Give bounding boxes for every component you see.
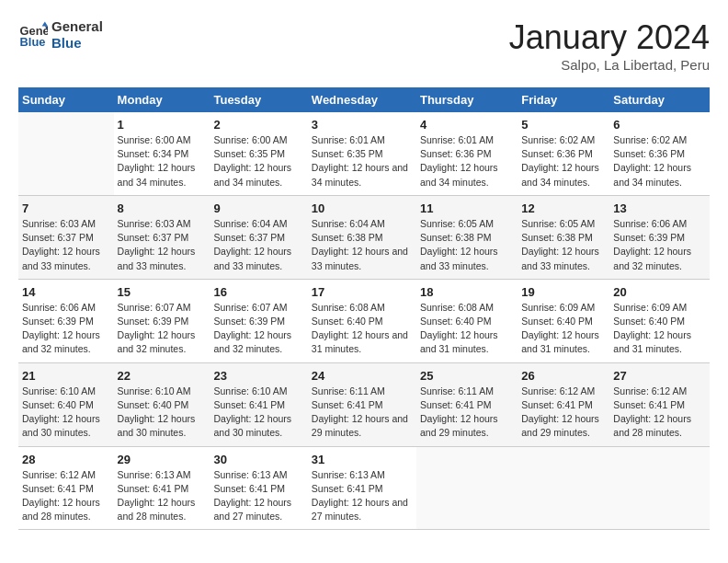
calendar-cell bbox=[518, 446, 609, 530]
day-info: Sunrise: 6:09 AMSunset: 6:40 PMDaylight:… bbox=[521, 301, 606, 357]
day-info: Sunrise: 6:10 AMSunset: 6:40 PMDaylight:… bbox=[22, 385, 110, 441]
svg-text:Blue: Blue bbox=[20, 35, 46, 49]
day-number: 31 bbox=[312, 453, 413, 466]
location: Salpo, La Libertad, Peru bbox=[509, 57, 710, 73]
calendar-cell: 17Sunrise: 6:08 AMSunset: 6:40 PMDayligh… bbox=[308, 279, 416, 362]
day-info: Sunrise: 6:07 AMSunset: 6:39 PMDaylight:… bbox=[213, 301, 303, 357]
calendar-cell: 20Sunrise: 6:09 AMSunset: 6:40 PMDayligh… bbox=[609, 279, 710, 362]
calendar-cell: 5Sunrise: 6:02 AMSunset: 6:36 PMDaylight… bbox=[518, 112, 609, 195]
day-number: 27 bbox=[613, 369, 706, 383]
calendar-cell: 25Sunrise: 6:11 AMSunset: 6:41 PMDayligh… bbox=[416, 362, 518, 446]
calendar-cell: 22Sunrise: 6:10 AMSunset: 6:40 PMDayligh… bbox=[114, 362, 210, 446]
day-info: Sunrise: 6:12 AMSunset: 6:41 PMDaylight:… bbox=[521, 385, 606, 441]
day-number: 9 bbox=[213, 201, 303, 215]
day-number: 28 bbox=[22, 453, 110, 466]
calendar-cell: 9Sunrise: 6:04 AMSunset: 6:37 PMDaylight… bbox=[210, 195, 307, 279]
day-info: Sunrise: 6:13 AMSunset: 6:41 PMDaylight:… bbox=[312, 468, 413, 524]
day-number: 21 bbox=[22, 369, 110, 383]
week-row-4: 28Sunrise: 6:12 AMSunset: 6:41 PMDayligh… bbox=[18, 446, 710, 530]
logo: General Blue General Blue bbox=[18, 18, 103, 52]
day-number: 18 bbox=[420, 285, 514, 299]
header-day-wednesday: Wednesday bbox=[308, 87, 416, 112]
calendar-cell: 24Sunrise: 6:11 AMSunset: 6:41 PMDayligh… bbox=[308, 362, 416, 446]
calendar-cell: 7Sunrise: 6:03 AMSunset: 6:37 PMDaylight… bbox=[18, 195, 114, 279]
day-number: 30 bbox=[213, 453, 303, 466]
day-info: Sunrise: 6:06 AMSunset: 6:39 PMDaylight:… bbox=[22, 301, 110, 357]
calendar-cell: 29Sunrise: 6:13 AMSunset: 6:41 PMDayligh… bbox=[114, 446, 210, 530]
calendar-cell: 6Sunrise: 6:02 AMSunset: 6:36 PMDaylight… bbox=[609, 112, 710, 195]
calendar-cell: 10Sunrise: 6:04 AMSunset: 6:38 PMDayligh… bbox=[308, 195, 416, 279]
day-info: Sunrise: 6:00 AMSunset: 6:35 PMDaylight:… bbox=[213, 133, 303, 190]
day-number: 13 bbox=[613, 201, 706, 215]
day-number: 20 bbox=[613, 285, 706, 299]
day-info: Sunrise: 6:08 AMSunset: 6:40 PMDaylight:… bbox=[312, 301, 413, 357]
day-info: Sunrise: 6:12 AMSunset: 6:41 PMDaylight:… bbox=[613, 385, 706, 441]
calendar-cell: 3Sunrise: 6:01 AMSunset: 6:35 PMDaylight… bbox=[308, 112, 416, 195]
calendar-cell: 11Sunrise: 6:05 AMSunset: 6:38 PMDayligh… bbox=[416, 195, 518, 279]
day-number: 5 bbox=[521, 118, 606, 132]
calendar-cell: 1Sunrise: 6:00 AMSunset: 6:34 PMDaylight… bbox=[114, 112, 210, 195]
day-number: 8 bbox=[118, 201, 207, 215]
day-info: Sunrise: 6:13 AMSunset: 6:41 PMDaylight:… bbox=[118, 468, 207, 524]
week-row-3: 21Sunrise: 6:10 AMSunset: 6:40 PMDayligh… bbox=[18, 362, 710, 446]
calendar-cell: 12Sunrise: 6:05 AMSunset: 6:38 PMDayligh… bbox=[518, 195, 609, 279]
day-number: 23 bbox=[213, 369, 303, 383]
month-title: January 2024 bbox=[509, 18, 710, 57]
calendar-cell: 19Sunrise: 6:09 AMSunset: 6:40 PMDayligh… bbox=[518, 279, 609, 362]
day-number: 15 bbox=[118, 285, 207, 299]
logo-general: General bbox=[51, 18, 103, 35]
day-info: Sunrise: 6:07 AMSunset: 6:39 PMDaylight:… bbox=[118, 301, 207, 357]
day-number: 25 bbox=[420, 369, 514, 383]
calendar-cell: 13Sunrise: 6:06 AMSunset: 6:39 PMDayligh… bbox=[609, 195, 710, 279]
calendar-cell: 23Sunrise: 6:10 AMSunset: 6:41 PMDayligh… bbox=[210, 362, 307, 446]
day-number: 12 bbox=[521, 201, 606, 215]
calendar-cell: 30Sunrise: 6:13 AMSunset: 6:41 PMDayligh… bbox=[210, 446, 307, 530]
day-number: 26 bbox=[521, 369, 606, 383]
day-number: 17 bbox=[312, 285, 413, 299]
day-info: Sunrise: 6:01 AMSunset: 6:36 PMDaylight:… bbox=[420, 133, 514, 190]
day-number: 4 bbox=[420, 118, 514, 132]
header-day-sunday: Sunday bbox=[18, 87, 114, 112]
calendar-cell: 31Sunrise: 6:13 AMSunset: 6:41 PMDayligh… bbox=[308, 446, 416, 530]
calendar-cell: 28Sunrise: 6:12 AMSunset: 6:41 PMDayligh… bbox=[18, 446, 114, 530]
day-number: 11 bbox=[420, 201, 514, 215]
header-day-thursday: Thursday bbox=[416, 87, 518, 112]
calendar-cell: 14Sunrise: 6:06 AMSunset: 6:39 PMDayligh… bbox=[18, 279, 114, 362]
calendar-cell: 26Sunrise: 6:12 AMSunset: 6:41 PMDayligh… bbox=[518, 362, 609, 446]
page-header: General Blue General Blue January 2024 S… bbox=[18, 18, 710, 73]
day-info: Sunrise: 6:01 AMSunset: 6:35 PMDaylight:… bbox=[312, 133, 413, 190]
day-info: Sunrise: 6:03 AMSunset: 6:37 PMDaylight:… bbox=[22, 217, 110, 273]
header-day-friday: Friday bbox=[518, 87, 609, 112]
day-number: 29 bbox=[118, 453, 207, 466]
day-number: 24 bbox=[312, 369, 413, 383]
day-info: Sunrise: 6:05 AMSunset: 6:38 PMDaylight:… bbox=[521, 217, 606, 273]
day-info: Sunrise: 6:05 AMSunset: 6:38 PMDaylight:… bbox=[420, 217, 514, 273]
day-number: 16 bbox=[213, 285, 303, 299]
calendar-cell: 21Sunrise: 6:10 AMSunset: 6:40 PMDayligh… bbox=[18, 362, 114, 446]
day-info: Sunrise: 6:11 AMSunset: 6:41 PMDaylight:… bbox=[420, 385, 514, 441]
logo-blue: Blue bbox=[51, 35, 103, 52]
logo-icon: General Blue bbox=[18, 20, 48, 50]
day-info: Sunrise: 6:11 AMSunset: 6:41 PMDaylight:… bbox=[312, 385, 413, 441]
day-number: 2 bbox=[213, 118, 303, 132]
day-info: Sunrise: 6:09 AMSunset: 6:40 PMDaylight:… bbox=[613, 301, 706, 357]
calendar-cell: 8Sunrise: 6:03 AMSunset: 6:37 PMDaylight… bbox=[114, 195, 210, 279]
day-number: 19 bbox=[521, 285, 606, 299]
week-row-0: 1Sunrise: 6:00 AMSunset: 6:34 PMDaylight… bbox=[18, 112, 710, 195]
day-info: Sunrise: 6:04 AMSunset: 6:37 PMDaylight:… bbox=[213, 217, 303, 273]
calendar-cell: 2Sunrise: 6:00 AMSunset: 6:35 PMDaylight… bbox=[210, 112, 307, 195]
day-number: 6 bbox=[613, 118, 706, 132]
calendar-cell: 15Sunrise: 6:07 AMSunset: 6:39 PMDayligh… bbox=[114, 279, 210, 362]
day-number: 14 bbox=[22, 285, 110, 299]
header-day-monday: Monday bbox=[114, 87, 210, 112]
week-row-1: 7Sunrise: 6:03 AMSunset: 6:37 PMDaylight… bbox=[18, 195, 710, 279]
day-info: Sunrise: 6:04 AMSunset: 6:38 PMDaylight:… bbox=[312, 217, 413, 273]
day-info: Sunrise: 6:12 AMSunset: 6:41 PMDaylight:… bbox=[22, 468, 110, 524]
day-info: Sunrise: 6:03 AMSunset: 6:37 PMDaylight:… bbox=[118, 217, 207, 273]
header-day-tuesday: Tuesday bbox=[210, 87, 307, 112]
day-info: Sunrise: 6:02 AMSunset: 6:36 PMDaylight:… bbox=[521, 133, 606, 190]
day-number: 10 bbox=[312, 201, 413, 215]
day-info: Sunrise: 6:08 AMSunset: 6:40 PMDaylight:… bbox=[420, 301, 514, 357]
title-section: January 2024 Salpo, La Libertad, Peru bbox=[509, 18, 710, 73]
calendar-cell: 18Sunrise: 6:08 AMSunset: 6:40 PMDayligh… bbox=[416, 279, 518, 362]
